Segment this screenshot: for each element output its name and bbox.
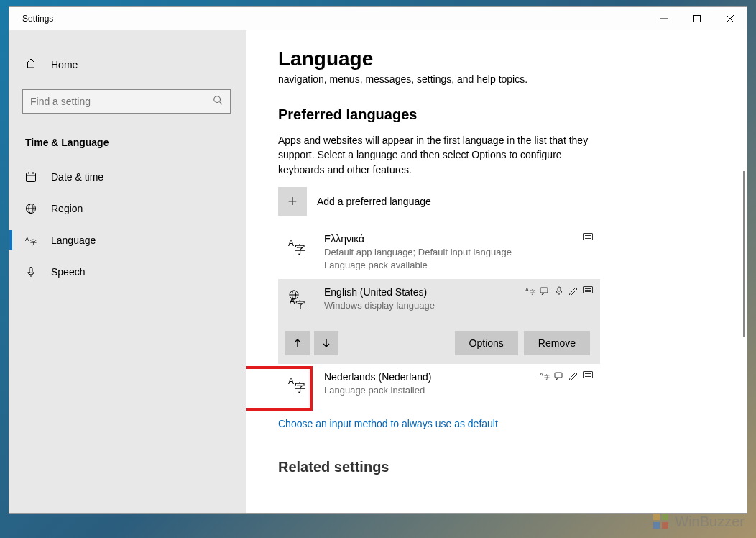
language-glyph-globe-icon: A字 [284,286,310,312]
add-language-label: Add a preferred language [317,196,431,207]
preferred-languages-heading: Preferred languages [278,106,718,123]
svg-text:A: A [540,372,543,377]
move-up-button[interactable] [285,331,310,355]
calendar-icon [25,171,37,183]
svg-text:字: 字 [295,243,305,255]
speech-icon [554,286,564,295]
nav-label: Date & time [51,171,103,183]
svg-rect-34 [653,522,660,529]
svg-rect-26 [558,287,561,291]
keyboard-icon [583,371,593,378]
minimize-button[interactable] [647,7,681,30]
nav-date-time[interactable]: Date & time [9,161,246,193]
move-down-button[interactable] [314,331,338,355]
sidebar: Home Time & Language Date & time Region … [9,30,246,513]
plus-icon: + [278,187,307,216]
language-item-dutch[interactable]: A字 Nederlands (Nederland) Language pack … [278,364,600,404]
display-icon: A字 [525,286,535,295]
titlebar: Settings [9,7,747,30]
svg-text:A: A [290,296,295,305]
page-title: Language [278,47,718,70]
home-label: Home [51,59,78,70]
add-language-button[interactable]: + Add a preferred language [278,187,718,216]
nav-label: Speech [51,266,85,278]
search-input[interactable] [30,96,213,107]
svg-text:字: 字 [295,299,305,309]
display-icon: A字 [540,371,550,380]
truncated-line: navigation, menus, messages, settings, a… [278,73,718,85]
watermark-text: WinBuzzer [675,514,745,530]
input-method-link[interactable]: Choose an input method to always use as … [278,418,498,429]
svg-rect-1 [694,16,701,22]
home-icon [25,58,37,72]
language-icon: A字 [25,234,37,246]
content-pane: Language navigation, menus, messages, se… [246,30,747,513]
nav-region[interactable]: Region [9,193,246,224]
svg-rect-31 [555,373,562,378]
language-name: Ελληνικά [324,233,591,245]
window-title: Settings [22,14,53,24]
keyboard-icon [583,233,593,240]
nav-speech[interactable]: Speech [9,256,246,288]
winbuzzer-logo-icon [652,512,670,531]
svg-rect-35 [662,522,668,529]
language-actions-row: Options Remove [278,324,600,364]
language-subtitle: Default app language; Default input lang… [324,246,591,259]
scrollbar-thumb[interactable] [743,171,745,337]
tts-icon [554,371,564,380]
settings-window: Settings Home Time & Language [9,6,747,514]
svg-text:字: 字 [30,239,37,246]
tts-icon [540,286,550,295]
svg-rect-25 [540,288,548,293]
handwriting-icon [568,371,578,380]
language-subtitle: Windows display language [324,299,591,312]
svg-text:字: 字 [530,289,535,295]
nav-label: Region [51,203,83,214]
svg-text:A: A [25,236,29,242]
category-label: Time & Language [9,124,246,161]
svg-text:A: A [288,238,294,248]
highlight-annotation [246,366,313,411]
preferred-languages-desc: Apps and websites will appear in the fir… [278,133,594,177]
handwriting-icon [568,286,578,295]
svg-text:A: A [525,287,529,292]
nav-label: Language [51,234,96,246]
svg-text:字: 字 [544,374,550,380]
search-icon [213,95,223,108]
search-box[interactable] [22,89,231,114]
keyboard-icon [583,286,593,293]
language-item-greek[interactable]: A字 Ελληνικά Default app language; Defaul… [278,226,600,279]
svg-rect-32 [653,514,660,520]
maximize-button[interactable] [681,7,714,30]
svg-rect-6 [27,173,36,182]
svg-rect-33 [662,514,668,520]
home-nav[interactable]: Home [9,50,246,79]
language-subtitle-2: Language pack available [324,259,591,272]
mic-icon [25,266,37,278]
globe-icon [25,203,37,214]
related-settings-heading: Related settings [278,459,718,475]
remove-button[interactable]: Remove [524,331,590,355]
language-subtitle: Language pack installed [324,384,591,397]
language-glyph-icon: A字 [284,233,310,272]
nav-language[interactable]: A字 Language [9,224,246,256]
options-button[interactable]: Options [455,331,518,355]
watermark: WinBuzzer [652,512,745,531]
svg-line-5 [220,102,223,105]
svg-point-4 [214,96,221,103]
svg-rect-15 [29,268,32,273]
language-item-english[interactable]: A字 English (United States) Windows displ… [278,279,600,324]
close-button[interactable] [714,7,747,30]
